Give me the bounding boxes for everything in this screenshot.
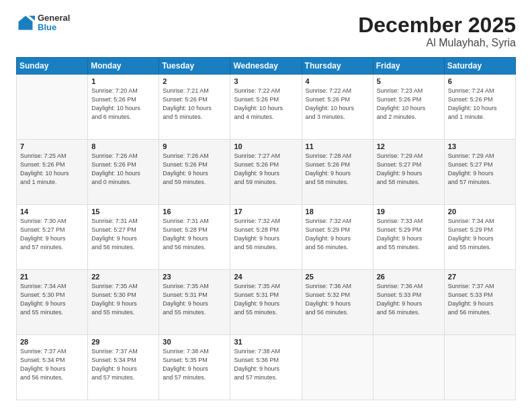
day-info: Sunrise: 7:27 AM Sunset: 5:26 PM Dayligh… xyxy=(234,152,298,187)
day-number: 17 xyxy=(234,208,298,216)
day-info: Sunrise: 7:24 AM Sunset: 5:26 PM Dayligh… xyxy=(448,87,512,122)
calendar-cell: 9Sunrise: 7:26 AM Sunset: 5:26 PM Daylig… xyxy=(159,140,230,205)
calendar-cell: 5Sunrise: 7:23 AM Sunset: 5:26 PM Daylig… xyxy=(373,75,444,140)
week-row-3: 14Sunrise: 7:30 AM Sunset: 5:27 PM Dayli… xyxy=(17,205,516,270)
calendar-title: December 2025 xyxy=(358,13,516,37)
day-number: 1 xyxy=(91,77,155,85)
day-info: Sunrise: 7:32 AM Sunset: 5:29 PM Dayligh… xyxy=(306,217,369,252)
calendar-cell: 10Sunrise: 7:27 AM Sunset: 5:26 PM Dayli… xyxy=(230,140,302,205)
calendar-cell: 23Sunrise: 7:35 AM Sunset: 5:31 PM Dayli… xyxy=(159,270,230,335)
day-info: Sunrise: 7:38 AM Sunset: 5:35 PM Dayligh… xyxy=(163,347,226,382)
day-number: 6 xyxy=(448,77,512,85)
day-number: 13 xyxy=(448,142,512,150)
day-number: 23 xyxy=(163,273,226,281)
day-number: 7 xyxy=(20,142,84,150)
calendar-cell: 31Sunrise: 7:38 AM Sunset: 5:36 PM Dayli… xyxy=(230,335,302,400)
day-info: Sunrise: 7:34 AM Sunset: 5:29 PM Dayligh… xyxy=(448,217,512,252)
day-info: Sunrise: 7:30 AM Sunset: 5:27 PM Dayligh… xyxy=(20,217,84,252)
day-info: Sunrise: 7:21 AM Sunset: 5:26 PM Dayligh… xyxy=(163,87,226,122)
calendar-cell: 27Sunrise: 7:37 AM Sunset: 5:33 PM Dayli… xyxy=(444,270,515,335)
week-row-2: 7Sunrise: 7:25 AM Sunset: 5:26 PM Daylig… xyxy=(17,140,516,205)
day-info: Sunrise: 7:35 AM Sunset: 5:31 PM Dayligh… xyxy=(234,282,298,317)
day-info: Sunrise: 7:20 AM Sunset: 5:26 PM Dayligh… xyxy=(91,87,155,122)
day-info: Sunrise: 7:29 AM Sunset: 5:27 PM Dayligh… xyxy=(448,152,512,187)
calendar-cell: 1Sunrise: 7:20 AM Sunset: 5:26 PM Daylig… xyxy=(88,75,159,140)
day-number: 3 xyxy=(234,77,298,85)
day-number: 26 xyxy=(377,273,441,281)
calendar-cell: 22Sunrise: 7:35 AM Sunset: 5:30 PM Dayli… xyxy=(88,270,159,335)
logo-line2: Blue xyxy=(38,23,70,32)
day-info: Sunrise: 7:31 AM Sunset: 5:28 PM Dayligh… xyxy=(163,217,226,252)
day-number: 4 xyxy=(306,77,369,85)
day-number: 18 xyxy=(306,208,369,216)
calendar-cell xyxy=(373,335,444,400)
logo-icon xyxy=(16,13,35,32)
day-number: 2 xyxy=(163,77,226,85)
day-number: 28 xyxy=(20,338,84,346)
day-number: 15 xyxy=(91,208,155,216)
calendar-cell xyxy=(17,75,88,140)
day-number: 12 xyxy=(377,142,441,150)
calendar-cell: 21Sunrise: 7:34 AM Sunset: 5:30 PM Dayli… xyxy=(17,270,88,335)
calendar-cell: 29Sunrise: 7:37 AM Sunset: 5:34 PM Dayli… xyxy=(88,335,159,400)
calendar-cell xyxy=(302,335,373,400)
day-number: 8 xyxy=(91,142,155,150)
day-info: Sunrise: 7:38 AM Sunset: 5:36 PM Dayligh… xyxy=(234,347,298,382)
day-info: Sunrise: 7:22 AM Sunset: 5:26 PM Dayligh… xyxy=(306,87,369,122)
logo-line1: General xyxy=(38,13,70,23)
day-number: 29 xyxy=(91,338,155,346)
svg-marker-0 xyxy=(19,16,33,30)
day-info: Sunrise: 7:28 AM Sunset: 5:26 PM Dayligh… xyxy=(306,152,369,187)
day-number: 5 xyxy=(377,77,441,85)
day-header-wednesday: Wednesday xyxy=(230,58,302,75)
day-info: Sunrise: 7:36 AM Sunset: 5:33 PM Dayligh… xyxy=(377,282,441,317)
calendar-cell: 3Sunrise: 7:22 AM Sunset: 5:26 PM Daylig… xyxy=(230,75,302,140)
day-info: Sunrise: 7:35 AM Sunset: 5:30 PM Dayligh… xyxy=(91,282,155,317)
day-number: 27 xyxy=(448,273,512,281)
calendar-cell: 8Sunrise: 7:26 AM Sunset: 5:26 PM Daylig… xyxy=(88,140,159,205)
day-number: 30 xyxy=(163,338,226,346)
day-number: 21 xyxy=(20,273,84,281)
calendar-cell: 7Sunrise: 7:25 AM Sunset: 5:26 PM Daylig… xyxy=(17,140,88,205)
logo-text: General Blue xyxy=(38,13,70,33)
day-header-friday: Friday xyxy=(373,58,444,75)
calendar-cell xyxy=(444,335,515,400)
calendar-subtitle: Al Mulayhah, Syria xyxy=(358,37,516,49)
calendar-cell: 17Sunrise: 7:32 AM Sunset: 5:28 PM Dayli… xyxy=(230,205,302,270)
logo: General Blue xyxy=(16,13,70,33)
calendar-cell: 13Sunrise: 7:29 AM Sunset: 5:27 PM Dayli… xyxy=(444,140,515,205)
day-header-thursday: Thursday xyxy=(302,58,373,75)
day-header-saturday: Saturday xyxy=(444,58,515,75)
week-row-5: 28Sunrise: 7:37 AM Sunset: 5:34 PM Dayli… xyxy=(17,335,516,400)
day-info: Sunrise: 7:37 AM Sunset: 5:34 PM Dayligh… xyxy=(91,347,155,382)
day-info: Sunrise: 7:34 AM Sunset: 5:30 PM Dayligh… xyxy=(20,282,84,317)
calendar-cell: 19Sunrise: 7:33 AM Sunset: 5:29 PM Dayli… xyxy=(373,205,444,270)
day-header-monday: Monday xyxy=(88,58,159,75)
calendar-cell: 2Sunrise: 7:21 AM Sunset: 5:26 PM Daylig… xyxy=(159,75,230,140)
day-info: Sunrise: 7:26 AM Sunset: 5:26 PM Dayligh… xyxy=(163,152,226,187)
day-header-tuesday: Tuesday xyxy=(159,58,230,75)
calendar-cell: 20Sunrise: 7:34 AM Sunset: 5:29 PM Dayli… xyxy=(444,205,515,270)
calendar-cell: 6Sunrise: 7:24 AM Sunset: 5:26 PM Daylig… xyxy=(444,75,515,140)
day-info: Sunrise: 7:22 AM Sunset: 5:26 PM Dayligh… xyxy=(234,87,298,122)
calendar-cell: 28Sunrise: 7:37 AM Sunset: 5:34 PM Dayli… xyxy=(17,335,88,400)
calendar-cell: 24Sunrise: 7:35 AM Sunset: 5:31 PM Dayli… xyxy=(230,270,302,335)
calendar-cell: 26Sunrise: 7:36 AM Sunset: 5:33 PM Dayli… xyxy=(373,270,444,335)
day-number: 9 xyxy=(163,142,226,150)
calendar-cell: 18Sunrise: 7:32 AM Sunset: 5:29 PM Dayli… xyxy=(302,205,373,270)
week-row-1: 1Sunrise: 7:20 AM Sunset: 5:26 PM Daylig… xyxy=(17,75,516,140)
day-info: Sunrise: 7:37 AM Sunset: 5:34 PM Dayligh… xyxy=(20,347,84,382)
day-info: Sunrise: 7:32 AM Sunset: 5:28 PM Dayligh… xyxy=(234,217,298,252)
day-number: 22 xyxy=(91,273,155,281)
day-info: Sunrise: 7:25 AM Sunset: 5:26 PM Dayligh… xyxy=(20,152,84,187)
day-number: 20 xyxy=(448,208,512,216)
calendar-cell: 30Sunrise: 7:38 AM Sunset: 5:35 PM Dayli… xyxy=(159,335,230,400)
day-number: 31 xyxy=(234,338,298,346)
day-info: Sunrise: 7:29 AM Sunset: 5:27 PM Dayligh… xyxy=(377,152,441,187)
day-number: 19 xyxy=(377,208,441,216)
calendar-cell: 15Sunrise: 7:31 AM Sunset: 5:27 PM Dayli… xyxy=(88,205,159,270)
day-info: Sunrise: 7:31 AM Sunset: 5:27 PM Dayligh… xyxy=(91,217,155,252)
day-number: 10 xyxy=(234,142,298,150)
day-number: 14 xyxy=(20,208,84,216)
day-info: Sunrise: 7:23 AM Sunset: 5:26 PM Dayligh… xyxy=(377,87,441,122)
